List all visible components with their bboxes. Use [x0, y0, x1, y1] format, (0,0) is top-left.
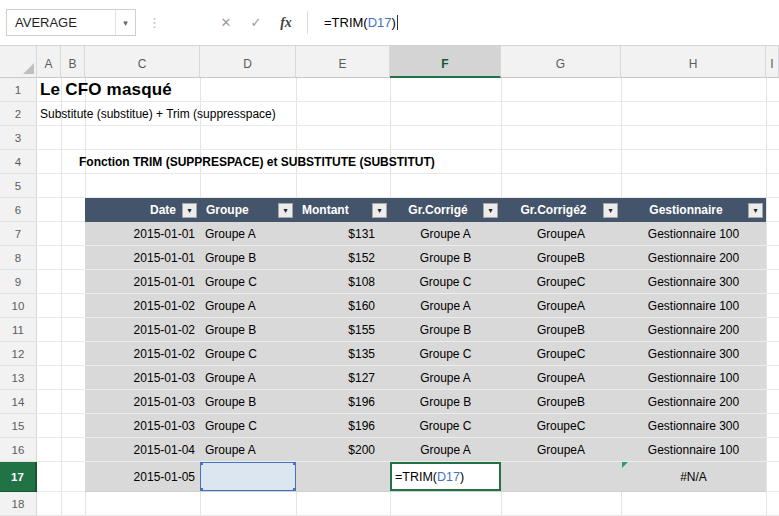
- cell[interactable]: $196: [296, 414, 390, 437]
- row-header-6[interactable]: 6: [0, 198, 37, 222]
- row-header-2[interactable]: 2: [0, 102, 37, 126]
- column-header-F[interactable]: F: [390, 46, 501, 78]
- cell[interactable]: $108: [296, 270, 390, 293]
- table-header-date[interactable]: Date▾: [85, 198, 200, 222]
- row-header-16[interactable]: 16: [0, 438, 37, 462]
- cell[interactable]: Gestionnaire 300: [621, 342, 766, 365]
- row-header-9[interactable]: 9: [0, 270, 37, 294]
- cell[interactable]: GroupeC: [501, 342, 621, 365]
- selection-handle[interactable]: [200, 488, 203, 491]
- row-header-12[interactable]: 12: [0, 342, 37, 366]
- cell[interactable]: Groupe B: [390, 318, 501, 341]
- row-header-10[interactable]: 10: [0, 294, 37, 318]
- row-header-14[interactable]: 14: [0, 390, 37, 414]
- row-header-8[interactable]: 8: [0, 246, 37, 270]
- cell[interactable]: Groupe C: [390, 342, 501, 365]
- cell[interactable]: Groupe A: [390, 438, 501, 461]
- cell[interactable]: 2015-01-03: [85, 414, 200, 437]
- table-header-gr-corrige2[interactable]: Gr.Corrigé2▾: [501, 198, 621, 222]
- cell[interactable]: GroupeA: [501, 294, 621, 317]
- cell-c17[interactable]: 2015-01-05: [85, 462, 200, 491]
- filter-icon[interactable]: ▾: [182, 203, 197, 218]
- cell[interactable]: GroupeB: [501, 318, 621, 341]
- selection-handle[interactable]: [293, 462, 296, 465]
- chevron-down-icon[interactable]: ▾: [116, 18, 135, 28]
- cell[interactable]: 2015-01-02: [85, 294, 200, 317]
- cell[interactable]: Groupe A: [200, 222, 296, 245]
- row-header-17[interactable]: 17: [0, 462, 37, 492]
- active-cell-f17[interactable]: =TRIM(D17): [390, 462, 501, 491]
- selection-handle[interactable]: [200, 462, 203, 465]
- cell[interactable]: Gestionnaire 200: [621, 246, 766, 269]
- cell[interactable]: 2015-01-01: [85, 222, 200, 245]
- cell[interactable]: Groupe A: [200, 294, 296, 317]
- cell[interactable]: 2015-01-02: [85, 318, 200, 341]
- selection-handle[interactable]: [293, 488, 296, 491]
- cell[interactable]: Groupe B: [200, 318, 296, 341]
- cell[interactable]: Groupe C: [390, 414, 501, 437]
- row-header-1[interactable]: 1: [0, 78, 37, 102]
- row-header-13[interactable]: 13: [0, 366, 37, 390]
- column-header-C[interactable]: C: [85, 46, 200, 78]
- cell[interactable]: $160: [296, 294, 390, 317]
- select-all-button[interactable]: [0, 46, 37, 78]
- cell[interactable]: Gestionnaire 300: [621, 414, 766, 437]
- cell[interactable]: Groupe A: [390, 222, 501, 245]
- filter-icon[interactable]: ▾: [483, 203, 498, 218]
- cancel-icon[interactable]: ✕: [211, 9, 241, 36]
- row-header-15[interactable]: 15: [0, 414, 37, 438]
- cell[interactable]: Groupe C: [200, 414, 296, 437]
- cell[interactable]: Gestionnaire 100: [621, 294, 766, 317]
- row-header-5[interactable]: 5: [0, 174, 37, 198]
- cell[interactable]: 2015-01-01: [85, 246, 200, 269]
- table-header-gestionnaire[interactable]: Gestionnaire▾: [621, 198, 766, 222]
- cell[interactable]: Groupe C: [200, 270, 296, 293]
- cell[interactable]: GroupeA: [501, 222, 621, 245]
- cell-e17[interactable]: [296, 462, 390, 491]
- cell[interactable]: $155: [296, 318, 390, 341]
- cell[interactable]: $135: [296, 342, 390, 365]
- filter-icon[interactable]: ▾: [372, 203, 387, 218]
- cell[interactable]: Groupe C: [390, 270, 501, 293]
- cell[interactable]: Gestionnaire 100: [621, 438, 766, 461]
- table-header-montant[interactable]: Montant▾: [296, 198, 390, 222]
- cell[interactable]: Groupe A: [200, 438, 296, 461]
- row-header-11[interactable]: 11: [0, 318, 37, 342]
- row-header-4[interactable]: 4: [0, 150, 37, 174]
- cell[interactable]: $131: [296, 222, 390, 245]
- column-header-E[interactable]: E: [296, 46, 390, 78]
- cell[interactable]: GroupeB: [501, 390, 621, 413]
- cell[interactable]: Gestionnaire 200: [621, 318, 766, 341]
- cell[interactable]: $196: [296, 390, 390, 413]
- insert-function-icon[interactable]: fx: [271, 9, 301, 36]
- referenced-cell-d17[interactable]: [200, 462, 296, 491]
- cell[interactable]: Groupe C: [200, 342, 296, 365]
- drag-handle-icon[interactable]: ⋮: [148, 15, 161, 30]
- cell[interactable]: $127: [296, 366, 390, 389]
- filter-icon[interactable]: ▾: [748, 203, 763, 218]
- cell[interactable]: GroupeA: [501, 366, 621, 389]
- cell[interactable]: 2015-01-03: [85, 366, 200, 389]
- cell[interactable]: Groupe A: [200, 366, 296, 389]
- cell[interactable]: Groupe B: [200, 390, 296, 413]
- cell[interactable]: $200: [296, 438, 390, 461]
- column-header-I[interactable]: I: [766, 46, 779, 78]
- cell[interactable]: GroupeC: [501, 270, 621, 293]
- cell[interactable]: Groupe B: [200, 246, 296, 269]
- cell[interactable]: 2015-01-03: [85, 390, 200, 413]
- cell-g17[interactable]: [501, 462, 621, 491]
- cell[interactable]: GroupeC: [501, 414, 621, 437]
- cell[interactable]: 2015-01-02: [85, 342, 200, 365]
- name-box[interactable]: AVERAGE ▾: [6, 9, 136, 36]
- cell[interactable]: $152: [296, 246, 390, 269]
- filter-icon[interactable]: ▾: [278, 203, 293, 218]
- cell[interactable]: 2015-01-01: [85, 270, 200, 293]
- cell[interactable]: Gestionnaire 200: [621, 390, 766, 413]
- filter-icon[interactable]: ▾: [603, 203, 618, 218]
- cell[interactable]: Groupe A: [390, 366, 501, 389]
- error-cell-h17[interactable]: #N/A: [621, 462, 766, 491]
- column-header-B[interactable]: B: [61, 46, 85, 78]
- cell[interactable]: 2015-01-04: [85, 438, 200, 461]
- cell[interactable]: Gestionnaire 100: [621, 222, 766, 245]
- formula-input[interactable]: =TRIM(D17): [316, 0, 779, 45]
